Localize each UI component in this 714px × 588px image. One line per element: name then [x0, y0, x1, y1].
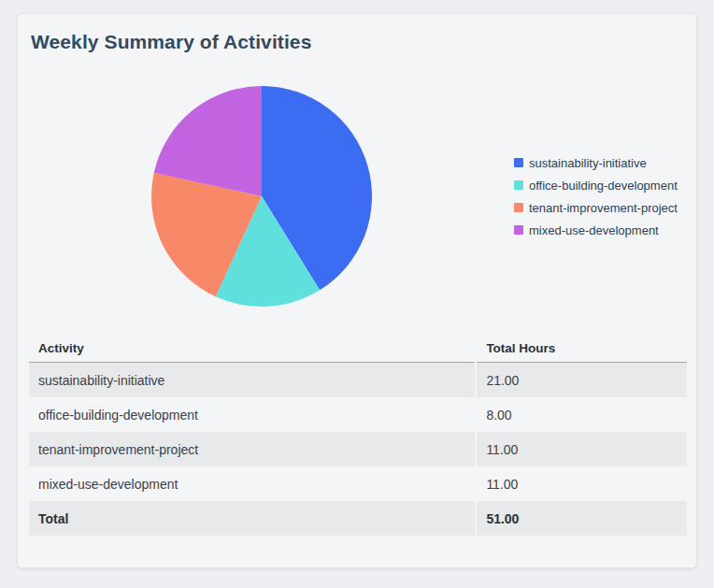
hours-cell: 8.00 — [477, 397, 687, 432]
activity-cell: mixed-use-development — [29, 466, 475, 501]
legend-item-office-building-development[interactable]: office-building-development — [514, 174, 678, 196]
pie-chart — [140, 75, 383, 318]
legend-swatch-icon — [514, 225, 523, 235]
table-total-row: Total 51.00 — [29, 501, 687, 536]
column-header-total-hours: Total Hours — [477, 334, 687, 363]
table-row: office-building-development8.00 — [29, 397, 687, 432]
hours-cell: 21.00 — [477, 363, 687, 397]
legend-swatch-icon — [514, 180, 523, 190]
legend-swatch-icon — [514, 203, 523, 212]
page-title: Weekly Summary of Activities — [18, 14, 696, 56]
legend-item-mixed-use-development[interactable]: mixed-use-development — [514, 219, 678, 241]
table-row: tenant-improvement-project11.00 — [29, 432, 687, 466]
activity-cell: sustainability-initiative — [29, 363, 475, 397]
chart-legend: sustainability-initiativeoffice-building… — [514, 151, 678, 241]
total-label: Total — [29, 501, 475, 536]
legend-item-tenant-improvement-project[interactable]: tenant-improvement-project — [514, 196, 678, 219]
table-row: mixed-use-development11.00 — [29, 466, 687, 501]
legend-label: office-building-development — [529, 179, 678, 193]
legend-item-sustainability-initiative[interactable]: sustainability-initiative — [514, 151, 678, 174]
weekly-summary-card: Weekly Summary of Activities sustainabil… — [17, 13, 697, 568]
total-hours-value: 51.00 — [477, 501, 687, 536]
hours-cell: 11.00 — [477, 432, 687, 466]
legend-label: tenant-improvement-project — [529, 201, 678, 215]
legend-label: sustainability-initiative — [529, 156, 647, 170]
hours-cell: 11.00 — [477, 466, 687, 501]
legend-swatch-icon — [514, 158, 523, 167]
legend-label: mixed-use-development — [529, 223, 659, 237]
table-header-row: Activity Total Hours — [29, 334, 687, 363]
chart-area: sustainability-initiativeoffice-building… — [18, 75, 696, 318]
column-header-activity: Activity — [29, 334, 475, 363]
activity-cell: office-building-development — [29, 397, 475, 432]
table-row: sustainability-initiative21.00 — [29, 363, 687, 397]
activity-cell: tenant-improvement-project — [29, 432, 475, 466]
activity-summary-table: Activity Total Hours sustainability-init… — [27, 334, 689, 536]
